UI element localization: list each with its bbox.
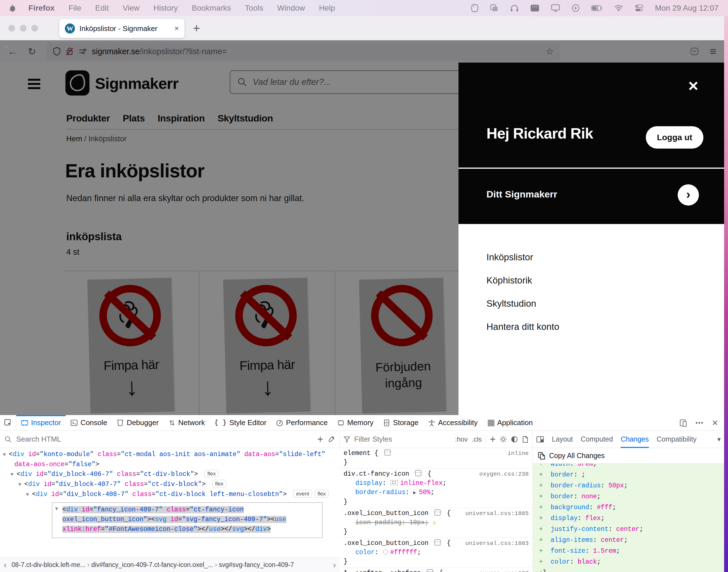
menubar-history[interactable]: History	[154, 4, 178, 13]
css-rules-pane[interactable]: element { inline}div.ct-fancy-icon {oxyg…	[340, 448, 533, 572]
twisty-icon[interactable]: ▼	[55, 506, 58, 512]
browser-toolbar: ← → ↻ signmaker.se/inkopslistor/?list-na…	[0, 40, 724, 63]
menubar-tools[interactable]: Tools	[245, 4, 263, 13]
account-panel: × Hej Rickard Rik Logga ut Ditt Signmake…	[459, 63, 724, 415]
search-html-input[interactable]: Search HTML	[16, 435, 61, 443]
search-icon	[4, 436, 12, 443]
menubar-view[interactable]: View	[123, 4, 139, 13]
menubar-window[interactable]: Window	[277, 4, 305, 13]
menubar-bookmarks[interactable]: Bookmarks	[192, 4, 231, 13]
devtools-more-icon[interactable]: •••	[695, 419, 704, 426]
battery-icon[interactable]	[591, 5, 602, 11]
html-tree-pane[interactable]: ▼ <div id="konto-module" class="ct-modal…	[0, 448, 340, 558]
crumb-back-icon[interactable]: ‹	[4, 561, 6, 569]
devtools: Inspector Console Debugger Network { }St…	[0, 415, 724, 572]
forward-button[interactable]: →	[0, 40, 724, 63]
apple-icon[interactable]	[9, 4, 16, 12]
filter-styles-input[interactable]: Filter Styles	[354, 435, 392, 443]
account-panel-header: × Hej Rickard Rik Logga ut	[459, 63, 724, 167]
sidebar-tab-changes[interactable]: Changes	[621, 431, 649, 448]
menubar-edit[interactable]: Edit	[95, 4, 109, 13]
crumb-forward-icon[interactable]: ›	[333, 561, 336, 569]
menubar-help[interactable]: Help	[319, 4, 335, 13]
window-minimize-button[interactable]	[20, 25, 26, 31]
sidebar-more-icon[interactable]: ▾	[717, 435, 721, 443]
sidebar-tab-computed[interactable]: Computed	[581, 431, 613, 448]
tab-application[interactable]: Application	[483, 415, 538, 430]
breadcrumb-node[interactable]: 08-7.ct-div-block.left-me...	[11, 561, 85, 568]
control-center-icon[interactable]	[635, 4, 643, 12]
devtools-close-icon[interactable]: ×	[712, 417, 718, 429]
add-rule-button[interactable]: +	[490, 433, 496, 445]
responsive-mode-icon[interactable]	[679, 419, 687, 427]
sidebar-tab-layout[interactable]: Layout	[552, 431, 573, 448]
class-toggle[interactable]: .cls	[472, 435, 482, 443]
close-icon[interactable]: ×	[688, 77, 699, 94]
three-pane-toggle-icon[interactable]	[536, 436, 544, 443]
wordpress-favicon: W	[65, 23, 75, 33]
logout-button[interactable]: Logga ut	[646, 126, 704, 149]
sidebar-tab-compatibility[interactable]: Compatibility	[657, 431, 697, 448]
play-status-icon[interactable]	[572, 4, 580, 12]
page-viewport: Signmakerr Vad letar du efter?... Produk…	[0, 63, 724, 415]
tab-storage[interactable]: Storage	[378, 415, 423, 430]
pseudo-class-toggle[interactable]: :hov	[455, 435, 468, 443]
changes-diff[interactable]: + width: 3rem;+ border: ;+ border-radius…	[533, 463, 724, 572]
screen: Firefox File Edit View History Bookmarks…	[0, 0, 728, 572]
tab-title: Inköpslistor - Signmaker	[79, 24, 170, 33]
tab-performance[interactable]: Performance	[271, 415, 332, 430]
filter-icon	[344, 436, 350, 443]
wifi-icon[interactable]	[614, 5, 623, 11]
tab-memory[interactable]: Memory	[332, 415, 378, 430]
breadcrumb-node[interactable]: div#fancy_icon-409-7.ct-fancy-icon.oxel_…	[91, 561, 213, 568]
print-sim-icon[interactable]	[522, 436, 529, 443]
tab-close-icon[interactable]: ×	[174, 24, 179, 33]
browser-window: W Inköpslistor - Signmaker × + ← → ↻ sig…	[0, 16, 724, 572]
devtools-subbar: Search HTML + Filter Styles :hov .cls +	[0, 431, 724, 448]
tab-accessibility[interactable]: Accessibility	[423, 415, 483, 430]
tab-console[interactable]: Console	[66, 415, 112, 430]
headphones-icon[interactable]	[510, 4, 519, 12]
eyedropper-icon[interactable]	[328, 436, 335, 443]
keyboard-icon[interactable]	[530, 4, 539, 12]
inspector-breadcrumb-bar: ‹ 08-7.ct-div-block.left-me... › div#fan…	[0, 558, 340, 572]
link-hantera-konto[interactable]: Hantera ditt konto	[486, 321, 559, 333]
display-icon[interactable]	[551, 4, 560, 12]
stage-manager-icon[interactable]	[490, 4, 498, 12]
menubar-file[interactable]: File	[68, 4, 81, 13]
account-panel-section[interactable]: Ditt Signmakerr ›	[459, 169, 724, 224]
tab-debugger[interactable]: Debugger	[112, 415, 163, 430]
selected-node-editor[interactable]: ▼ <div id="fancy_icon-409-7" class="ct-f…	[52, 502, 323, 538]
copy-icon	[538, 452, 545, 460]
changes-pane: Copy All Changes + width: 3rem;+ border:…	[533, 448, 724, 572]
trackpad-status-icon[interactable]	[471, 4, 478, 12]
browser-tab[interactable]: W Inköpslistor - Signmaker ×	[59, 19, 185, 38]
tab-inspector[interactable]: Inspector	[16, 415, 66, 430]
devtools-toolbar: Inspector Console Debugger Network { }St…	[0, 415, 724, 431]
element-picker-icon[interactable]	[0, 415, 16, 430]
new-tab-button[interactable]: +	[193, 21, 200, 35]
breadcrumb-node[interactable]: svg#svg-fancy_icon-409-7	[219, 561, 294, 568]
add-node-button[interactable]: +	[317, 433, 323, 445]
link-skyltstudion[interactable]: Skyltstudion	[486, 298, 559, 309]
devtools-main: ▼ <div id="konto-module" class="ct-modal…	[0, 448, 724, 572]
copy-all-changes-button[interactable]: Copy All Changes	[533, 448, 724, 463]
light-mode-icon[interactable]	[500, 436, 507, 443]
tab-network[interactable]: Network	[164, 415, 210, 430]
menubar-app-name[interactable]: Firefox	[28, 4, 55, 13]
dark-mode-icon[interactable]	[511, 436, 518, 443]
chevron-right-icon[interactable]: ›	[678, 184, 699, 206]
window-zoom-button[interactable]	[31, 25, 38, 31]
window-close-button[interactable]	[8, 25, 15, 31]
link-inkopslistor[interactable]: Inköpslistor	[486, 252, 559, 263]
account-panel-links: Inköpslistor Köphistorik Skyltstudion Ha…	[459, 224, 724, 415]
tab-strip: W Inköpslistor - Signmaker × +	[0, 16, 724, 40]
tab-style-editor[interactable]: { }Style Editor	[210, 415, 271, 430]
section-label: Ditt Signmakerr	[486, 189, 557, 200]
account-greeting: Hej Rickard Rik	[486, 125, 593, 142]
link-kophistorik[interactable]: Köphistorik	[486, 275, 559, 286]
menubar-clock[interactable]: Mon 29 Aug 12:07	[655, 4, 719, 13]
macos-menubar: Firefox File Edit View History Bookmarks…	[0, 0, 728, 16]
